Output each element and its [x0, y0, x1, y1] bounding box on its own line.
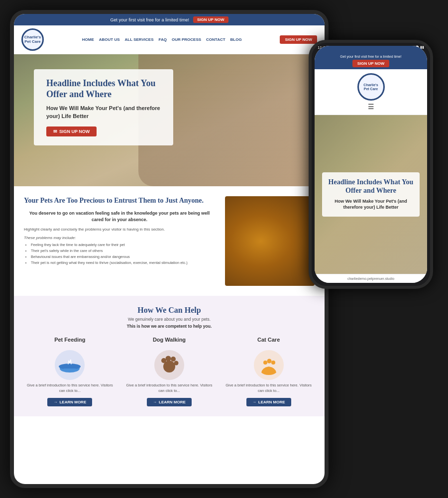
hero-section: Headline Includes What You Offer and Whe… [14, 54, 325, 186]
list-item: Feeling they lack the time to adequately… [31, 242, 215, 248]
services-desc: We genuinely care about you and your pet… [24, 317, 315, 322]
list-item: Behavioural issues that are embarrassing… [31, 254, 215, 260]
problem-title: Your Pets Are Too Precious to Entrust Th… [24, 196, 215, 205]
nav-process[interactable]: OUR PROCESS [172, 37, 201, 42]
paw-icon [152, 348, 187, 382]
top-bar-text: Get your first visit free for a limited … [110, 17, 189, 22]
phone-logo: Charlie's Pet Care [357, 73, 385, 101]
learn-more-pet-feeding[interactable]: → LEARN MORE [47, 398, 92, 406]
list-item: Their pet is not getting what they need … [31, 260, 215, 266]
learn-more-cat-care[interactable]: → LEARN MORE [246, 398, 291, 406]
nav-signup-button[interactable]: SIGN UP NOW [280, 35, 317, 44]
hero-subtitle: How We Will Make Your Pet's (and therefo… [46, 105, 161, 120]
services-tagline: This is how we are competent to help you… [24, 324, 315, 329]
svg-point-6 [161, 358, 166, 363]
paw-hand-icon [251, 348, 286, 382]
services-grid: Pet Feeding Give a brief introduction to… [24, 337, 315, 406]
phone-top-bar-text: Get your first visit free for a limited … [319, 55, 423, 58]
nav-services[interactable]: ALL SERVICES [125, 37, 154, 42]
problem-list: Feeling they lack the time to adequately… [24, 242, 215, 266]
service-name-dog-walking: Dog Walking [153, 337, 186, 343]
svg-point-7 [165, 356, 171, 362]
phone-signup-button[interactable]: SIGN UP NOW [352, 60, 390, 67]
phone-hero-content: Headline Includes What You Offer and Whe… [322, 172, 420, 217]
phone-screen: Get your first visit free for a limited … [315, 46, 427, 283]
hero-cta-button[interactable]: ✉ SIGN UP NOW [46, 126, 97, 136]
tablet-screen: Get your first visit free for a limited … [14, 14, 325, 484]
service-card-cat-care: Cat Care Give a brief introduction to th… [223, 337, 315, 406]
nav-about[interactable]: ABOUT US [99, 37, 120, 42]
nav-logo: Charlie's Pet Care [21, 28, 44, 51]
nav-links: HOME ABOUT US ALL SERVICES FAQ OUR PROCE… [48, 37, 276, 42]
tablet-device: Get your first visit free for a limited … [10, 10, 329, 488]
dog-illustration [225, 196, 315, 286]
service-desc-pet-feeding: Give a brief introduction to this servic… [24, 382, 116, 394]
svg-point-11 [263, 361, 267, 365]
hero-title: Headline Includes What You Offer and Whe… [46, 78, 161, 100]
problem-list-title: These problems may include: [24, 236, 215, 240]
service-desc-cat-care: Give a brief introduction to this servic… [223, 382, 315, 394]
phone-hero: Headline Includes What You Offer and Whe… [315, 115, 427, 274]
list-item: Their pet's safety while in the care of … [31, 248, 215, 254]
nav-contact[interactable]: CONTACT [206, 37, 225, 42]
phone-bottom-bar: charliedemo.petprenuer.studio [315, 274, 427, 283]
service-name-cat-care: Cat Care [257, 337, 280, 343]
hamburger-menu-icon[interactable]: ☰ [368, 103, 374, 111]
bowl-icon [52, 348, 87, 382]
problem-body: Highlight clearly and concisely the prob… [24, 227, 215, 233]
svg-rect-3 [63, 369, 76, 371]
services-title: How We Can Help [24, 306, 315, 315]
tablet-nav: Charlie's Pet Care HOME ABOUT US ALL SER… [14, 25, 325, 54]
svg-point-9 [174, 361, 178, 366]
svg-point-10 [254, 350, 284, 380]
problem-dog-image [225, 196, 315, 286]
phone-device: 11:14 ▲ ⬤ ▮▮ Get your first visit free f… [309, 40, 433, 289]
nav-faq[interactable]: FAQ [159, 37, 167, 42]
svg-point-12 [267, 359, 271, 364]
problem-section: Your Pets Are Too Precious to Entrust Th… [14, 186, 325, 296]
services-section: How We Can Help We genuinely care about … [14, 296, 325, 416]
phone-top-bar: Get your first visit free for a limited … [315, 46, 427, 69]
phone-hero-subtitle: How We Will Make Your Pet's (and therefo… [328, 198, 414, 211]
service-card-dog-walking: Dog Walking Give a brief introduction to… [123, 337, 216, 406]
phone-hero-title: Headline Includes What You Offer and Whe… [328, 178, 414, 195]
svg-point-8 [171, 357, 176, 362]
tablet-top-bar: Get your first visit free for a limited … [14, 14, 325, 25]
phone-nav: Charlie's Pet Care ☰ [315, 69, 427, 115]
hero-content-box: Headline Includes What You Offer and Whe… [34, 69, 173, 145]
nav-blog[interactable]: BLOG [230, 37, 242, 42]
problem-text: Your Pets Are Too Precious to Entrust Th… [24, 196, 215, 286]
svg-point-13 [271, 361, 275, 365]
service-desc-dog-walking: Give a brief introduction to this servic… [123, 382, 216, 394]
learn-more-dog-walking[interactable]: → LEARN MORE [147, 398, 192, 406]
phone-website-url: charliedemo.petprenuer.studio [347, 277, 394, 280]
problem-subtitle: You deserve to go on vacation feeling sa… [24, 210, 215, 223]
service-card-pet-feeding: Pet Feeding Give a brief introduction to… [24, 337, 116, 406]
nav-home[interactable]: HOME [82, 37, 94, 42]
service-name-pet-feeding: Pet Feeding [54, 337, 85, 343]
top-bar-signup-button[interactable]: SIGN UP NOW [193, 16, 228, 23]
